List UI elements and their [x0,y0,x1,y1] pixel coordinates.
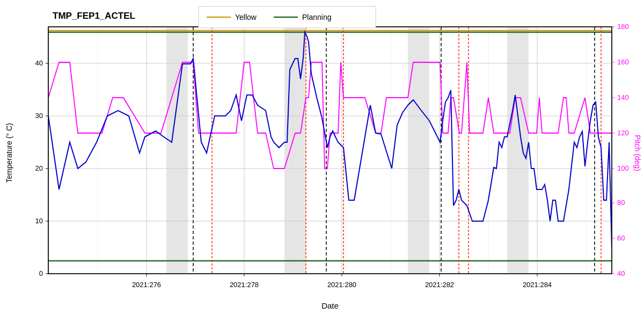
svg-text:2021:276: 2021:276 [132,281,161,289]
svg-text:60: 60 [617,234,625,242]
legend-yellow-label: Yellow [235,13,257,21]
svg-text:10: 10 [35,217,43,225]
svg-rect-22 [507,27,529,274]
svg-text:180: 180 [617,23,629,31]
svg-text:40: 40 [617,269,625,277]
svg-text:140: 140 [617,93,629,101]
chart-title: TMP_FEP1_ACTEL [53,11,135,21]
x-label: Date [321,301,339,310]
svg-text:160: 160 [617,58,629,66]
svg-text:2021:280: 2021:280 [327,281,356,289]
svg-text:2021:278: 2021:278 [230,281,259,289]
main-chart: 0 10 20 30 40 Temperature (° C) 40 60 80… [0,0,644,322]
y-right-label: Pitch (deg) [633,135,642,171]
svg-text:20: 20 [35,164,43,172]
chart-container: 0 10 20 30 40 Temperature (° C) 40 60 80… [0,0,644,322]
svg-text:120: 120 [617,129,629,137]
svg-rect-21 [408,27,429,274]
svg-text:2021:284: 2021:284 [523,281,552,289]
legend-planning-label: Planning [302,13,332,21]
svg-text:30: 30 [35,112,43,120]
svg-text:40: 40 [35,59,43,67]
svg-text:100: 100 [617,164,629,172]
svg-text:80: 80 [617,199,625,207]
svg-text:0: 0 [39,269,43,277]
y-left-label: Temperature (° C) [5,123,13,182]
svg-text:2021:282: 2021:282 [425,281,454,289]
